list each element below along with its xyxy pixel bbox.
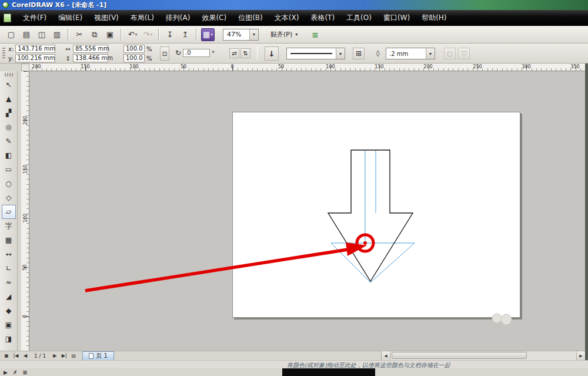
- rotation-angle-field[interactable]: .0: [183, 49, 210, 57]
- menu-file[interactable]: 文件(F): [17, 11, 52, 25]
- connector-tool[interactable]: ∟: [2, 261, 16, 275]
- fill-tool[interactable]: ▣: [2, 318, 16, 332]
- mirror-vertical-button[interactable]: ⇅: [240, 48, 250, 58]
- print-button[interactable]: ▥: [51, 28, 64, 41]
- redo-button[interactable]: ↷▾: [141, 28, 155, 41]
- menu-layout[interactable]: 布局(L): [125, 11, 160, 25]
- scale-y-field[interactable]: 100.0: [123, 54, 145, 62]
- page-menu-button[interactable]: ▤: [69, 352, 78, 360]
- save-button[interactable]: ◫: [35, 28, 49, 41]
- ruler-origin-button[interactable]: [21, 64, 29, 71]
- dimension-tool[interactable]: ↔: [2, 247, 16, 261]
- menu-edit[interactable]: 编辑(E): [52, 11, 88, 25]
- ruler-tick-label: 200: [423, 64, 432, 69]
- checkbox-icon[interactable]: ⊠: [22, 370, 27, 375]
- open-button[interactable]: ▤: [20, 28, 34, 41]
- toolbox-grip[interactable]: [5, 73, 13, 76]
- chevron-down-icon[interactable]: ▾: [336, 48, 345, 59]
- y-position-label: y:: [8, 55, 14, 62]
- paste-button[interactable]: ▣: [103, 28, 117, 41]
- object-width-field[interactable]: 85.556 mm: [73, 45, 108, 53]
- zoom-level-value: 47%: [223, 31, 249, 38]
- toolbar-grip[interactable]: [2, 48, 5, 59]
- scale-x-field[interactable]: 100.0: [123, 45, 145, 53]
- polygon-tool[interactable]: ◇: [2, 191, 16, 205]
- shape-tool[interactable]: ▲: [2, 92, 16, 106]
- menu-text[interactable]: 文本(X): [269, 11, 305, 25]
- scroll-left-button[interactable]: ◀: [382, 351, 390, 360]
- menu-window[interactable]: 窗口(W): [377, 11, 416, 25]
- menu-table[interactable]: 表格(T): [305, 11, 340, 25]
- basic-shapes-tool[interactable]: ▱: [2, 205, 16, 219]
- mirror-horizontal-button[interactable]: ⇄: [229, 48, 239, 58]
- undo-button[interactable]: ↶▾: [126, 28, 139, 41]
- down-arrow-button[interactable]: ↓: [265, 46, 279, 61]
- rectangle-tool[interactable]: ▭: [2, 162, 16, 177]
- ellipse-tool[interactable]: ○: [2, 177, 16, 191]
- outline-width-combo[interactable]: .2 mm ▾: [386, 48, 435, 59]
- outline-width-icon: ◊: [376, 49, 379, 57]
- ruler-tick-label: 250: [473, 64, 482, 69]
- first-page-button[interactable]: |◀: [12, 352, 20, 360]
- ruler-tick-label: 50: [278, 64, 284, 69]
- next-page-button[interactable]: ▶: [51, 352, 59, 360]
- percent-label: %: [146, 55, 152, 62]
- x-position-field[interactable]: 143.716 mm: [15, 45, 55, 53]
- y-position-field[interactable]: 100.216 mm: [15, 54, 55, 62]
- alignment-guides-icon[interactable]: ≡: [312, 30, 319, 39]
- new-document-button[interactable]: ▢: [5, 28, 18, 41]
- ruler-tick-label: 100: [129, 64, 138, 69]
- pick-tool[interactable]: ↖: [2, 78, 16, 92]
- snap-to-label: 贴齐(P): [270, 30, 292, 39]
- wrap-text-button[interactable]: ⊞: [353, 48, 365, 59]
- horizontal-ruler: 20015010050050100150200250300350: [29, 64, 585, 71]
- text-tool[interactable]: 字: [2, 219, 16, 233]
- diagonal-guide-right[interactable]: [370, 243, 415, 282]
- menu-view[interactable]: 视图(V): [88, 11, 125, 25]
- play-icon[interactable]: ▶: [4, 370, 8, 375]
- ruler-tick-label: 50: [21, 265, 29, 270]
- export-button[interactable]: ↥: [179, 28, 192, 41]
- eyedropper-tool[interactable]: ◢: [2, 290, 16, 304]
- zoom-tool[interactable]: ◎: [2, 120, 16, 134]
- chevron-down-icon[interactable]: ▾: [249, 29, 258, 40]
- last-page-button[interactable]: ▶|: [60, 352, 68, 360]
- object-height-field[interactable]: 138.466 mm: [73, 54, 108, 62]
- zoom-level-combo[interactable]: 47% ▾: [223, 29, 259, 41]
- previous-page-button[interactable]: ◀: [21, 352, 29, 360]
- menu-tools[interactable]: 工具(O): [340, 11, 377, 25]
- copy-button[interactable]: ⧉: [88, 28, 102, 41]
- scrollbar-thumb[interactable]: [392, 352, 527, 359]
- table-tool[interactable]: ▦: [2, 233, 16, 247]
- ruler-tick-label: 100: [21, 215, 29, 221]
- blend-tool[interactable]: ≈: [2, 275, 16, 290]
- add-page-button[interactable]: ▣: [2, 352, 11, 360]
- page-tab[interactable]: 页 1: [82, 351, 114, 360]
- application-window: CorelDRAW X6 - [未命名 -1] 文件(F)编辑(E)视图(V)布…: [0, 0, 588, 376]
- scroll-right-button[interactable]: ▶: [576, 351, 585, 360]
- chevron-down-icon: ▾: [295, 32, 298, 37]
- outline-style-combo[interactable]: ▾: [286, 48, 345, 59]
- application-launcher-button[interactable]: ▦▾: [201, 28, 215, 41]
- smart-fill-tool[interactable]: ◧: [2, 148, 16, 162]
- chevron-down-icon[interactable]: ▾: [426, 48, 435, 59]
- freehand-tool[interactable]: ✎: [2, 134, 16, 148]
- horizontal-scrollbar[interactable]: ◀ ▶: [381, 351, 585, 360]
- cancel-icon[interactable]: ✗: [13, 370, 18, 375]
- menu-effects[interactable]: 效果(C): [196, 11, 232, 25]
- cut-button[interactable]: ✂: [73, 28, 86, 41]
- crop-tool[interactable]: ▞: [2, 106, 16, 120]
- arrow-shape[interactable]: [328, 150, 413, 281]
- menu-bitmaps[interactable]: 位图(B): [232, 11, 269, 25]
- title-bar: CorelDRAW X6 - [未命名 -1]: [0, 0, 588, 10]
- canvas[interactable]: [29, 71, 585, 351]
- bottom-bar-icons: ▶✗⊠: [4, 368, 27, 376]
- menu-help[interactable]: 帮助(H): [416, 11, 452, 25]
- scrollbar-track[interactable]: [390, 351, 576, 360]
- interactive-fill-tool[interactable]: ◨: [2, 332, 16, 346]
- snap-to-button[interactable]: 贴齐(P) ▾: [266, 28, 302, 41]
- menu-arrange[interactable]: 排列(A): [160, 11, 196, 25]
- outline-pen-tool[interactable]: ◆: [2, 304, 16, 318]
- import-button[interactable]: ↧: [163, 28, 177, 41]
- lock-ratio-button[interactable]: ⊡: [160, 46, 169, 61]
